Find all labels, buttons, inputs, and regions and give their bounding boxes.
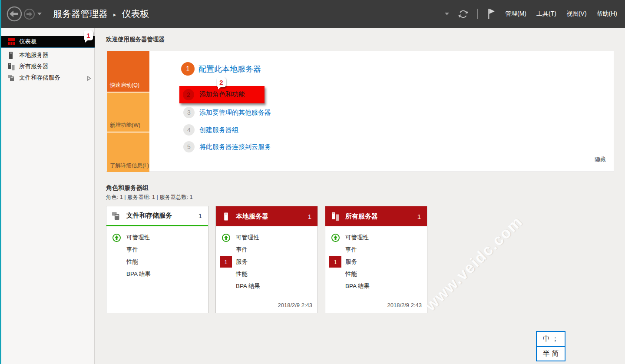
menu-tools[interactable]: 工具(T) bbox=[536, 8, 557, 20]
file-storage-services-icon bbox=[106, 212, 126, 220]
server-manager-window: 服务器管理器 ▸ 仪表板 管理(M) 工具 bbox=[0, 0, 625, 364]
row-label: 服务 bbox=[236, 258, 248, 266]
sidebar-item-label: 本地服务器 bbox=[19, 51, 49, 59]
row-events[interactable]: 事件 bbox=[216, 244, 317, 256]
quick-start-label: 快速启动(Q) bbox=[110, 82, 139, 89]
row-manageability[interactable]: 可管理性 bbox=[325, 232, 427, 244]
row-label: 可管理性 bbox=[345, 234, 369, 242]
manage-flag-button[interactable] bbox=[486, 7, 496, 20]
roles-section-heading: 角色和服务器组 bbox=[106, 184, 149, 192]
flag-icon bbox=[486, 7, 496, 20]
create-server-group-link[interactable]: 创建服务器组 bbox=[199, 126, 238, 134]
file-storage-services-icon bbox=[8, 74, 19, 81]
card-local-server: 本地服务器 1 可管理性 事件 1 服务 bbox=[215, 206, 318, 313]
card-all-servers: 所有服务器 1 可管理性 事件 1 服务 bbox=[325, 206, 427, 313]
whats-new-label: 新增功能(W) bbox=[110, 122, 140, 129]
row-manageability[interactable]: 可管理性 bbox=[106, 232, 208, 244]
learn-more-tab[interactable]: 了解详细信息(L) bbox=[107, 132, 149, 172]
learn-more-label: 了解详细信息(L) bbox=[110, 162, 149, 169]
configure-local-server-link[interactable]: 配置此本地服务器 bbox=[198, 64, 261, 74]
add-roles-and-features-link[interactable]: 2 添加角色和功能 bbox=[179, 86, 265, 103]
local-server-icon bbox=[216, 212, 236, 221]
quick-start-tab[interactable]: 快速启动(Q) bbox=[107, 51, 149, 92]
welcome-heading: 欢迎使用服务器管理器 bbox=[106, 36, 165, 43]
card-rows: 可管理性 事件 性能 BPA 结果 bbox=[106, 226, 208, 280]
whats-new-tab[interactable]: 新增功能(W) bbox=[107, 93, 149, 132]
row-label: 可管理性 bbox=[126, 234, 150, 242]
card-count: 1 bbox=[198, 212, 202, 219]
row-label: 事件 bbox=[345, 246, 357, 254]
card-file-storage-services: 文件和存储服务 1 可管理性 事件 性能 bbox=[106, 206, 208, 313]
row-performance[interactable]: 性能 bbox=[216, 268, 317, 280]
sidebar-item-label: 仪表板 bbox=[19, 38, 37, 46]
step-4-number: 4 bbox=[183, 124, 195, 136]
row-label: BPA 结果 bbox=[126, 270, 151, 278]
watermark: www.veidc.com bbox=[421, 212, 526, 314]
card-header-file-storage[interactable]: 文件和存储服务 1 bbox=[106, 206, 208, 226]
services-alert-badge: 1 bbox=[220, 256, 232, 268]
card-header-all-servers[interactable]: 所有服务器 1 bbox=[325, 206, 427, 226]
card-title: 所有服务器 bbox=[345, 212, 417, 221]
sidebar-item-label: 文件和存储服务 bbox=[19, 74, 60, 82]
row-label: 可管理性 bbox=[236, 234, 259, 242]
step-3-number: 3 bbox=[183, 107, 195, 118]
menu-manage[interactable]: 管理(M) bbox=[504, 8, 527, 20]
add-roles-and-features-label: 添加角色和功能 bbox=[199, 90, 245, 99]
submenu-arrow-icon[interactable] bbox=[87, 76, 91, 82]
row-services[interactable]: 1 服务 bbox=[325, 256, 427, 268]
top-bar: 服务器管理器 ▸ 仪表板 管理(M) 工具 bbox=[0, 0, 625, 28]
row-label: BPA 结果 bbox=[345, 282, 370, 290]
dashboard-icon bbox=[8, 38, 19, 45]
back-arrow-icon bbox=[6, 6, 23, 22]
card-rows: 可管理性 事件 1 服务 性能 BPA 结果 bbox=[325, 226, 427, 292]
row-performance[interactable]: 性能 bbox=[106, 256, 208, 268]
sidebar-item-label: 所有服务器 bbox=[19, 63, 49, 70]
annotation-step-1-badge: 1 bbox=[84, 30, 93, 40]
back-button[interactable] bbox=[6, 6, 23, 22]
row-label: 性能 bbox=[345, 270, 357, 278]
step-5-number: 5 bbox=[183, 141, 195, 152]
forward-arrow-icon bbox=[23, 8, 35, 20]
sidebar-item-all-servers[interactable]: 所有服务器 bbox=[1, 61, 95, 72]
all-servers-icon bbox=[325, 212, 345, 221]
sidebar-item-dashboard[interactable]: 仪表板 bbox=[1, 36, 95, 48]
sidebar-item-local-server[interactable]: 本地服务器 bbox=[1, 50, 95, 61]
row-manageability[interactable]: 可管理性 bbox=[216, 232, 317, 244]
all-servers-icon bbox=[8, 63, 19, 70]
topbar-actions: 管理(M) 工具(T) 视图(V) 帮助(H) bbox=[445, 0, 618, 28]
card-refresh-timestamp: 2018/2/9 2:43 bbox=[387, 302, 422, 308]
notifications-dropdown-icon[interactable] bbox=[445, 13, 449, 15]
manageability-up-icon bbox=[216, 233, 236, 242]
row-performance[interactable]: 性能 bbox=[325, 268, 427, 280]
breadcrumb-separator-icon: ▸ bbox=[108, 11, 122, 18]
row-events[interactable]: 事件 bbox=[106, 244, 208, 256]
hide-welcome-link[interactable]: 隐藏 bbox=[595, 156, 606, 163]
topbar-divider bbox=[477, 9, 478, 19]
breadcrumb: 服务器管理器 ▸ 仪表板 bbox=[53, 0, 149, 28]
menu-view[interactable]: 视图(V) bbox=[565, 8, 588, 20]
row-events[interactable]: 事件 bbox=[325, 244, 427, 256]
menu-help[interactable]: 帮助(H) bbox=[596, 8, 618, 20]
row-label: 事件 bbox=[236, 246, 248, 254]
row-bpa-results[interactable]: BPA 结果 bbox=[106, 268, 208, 280]
refresh-icon bbox=[457, 8, 469, 20]
add-other-servers-link[interactable]: 添加要管理的其他服务器 bbox=[199, 109, 271, 117]
row-label: 事件 bbox=[126, 246, 138, 254]
window-edge-accent bbox=[0, 0, 1, 364]
ime-width-toggle[interactable]: 半 简 bbox=[536, 346, 565, 361]
row-services[interactable]: 1 服务 bbox=[216, 256, 317, 268]
refresh-button[interactable] bbox=[457, 8, 469, 20]
nav-history-dropdown-icon[interactable] bbox=[37, 13, 42, 15]
row-bpa-results[interactable]: BPA 结果 bbox=[216, 280, 317, 292]
sidebar-item-file-storage-services[interactable]: 文件和存储服务 bbox=[1, 72, 95, 83]
card-header-local-server[interactable]: 本地服务器 1 bbox=[216, 206, 317, 226]
breadcrumb-app-title: 服务器管理器 bbox=[53, 8, 108, 20]
row-bpa-results[interactable]: BPA 结果 bbox=[325, 280, 427, 292]
step-2-number: 2 bbox=[183, 89, 194, 100]
ime-punctuation-toggle[interactable]: 中 ； bbox=[536, 331, 565, 347]
card-refresh-timestamp: 2018/2/9 2:43 bbox=[278, 302, 312, 308]
connect-to-cloud-link[interactable]: 将此服务器连接到云服务 bbox=[199, 143, 271, 151]
sidebar: 仪表板 本地服务器 所有服务器 bbox=[1, 28, 95, 364]
forward-button[interactable] bbox=[23, 8, 35, 20]
local-server-icon bbox=[8, 52, 19, 59]
